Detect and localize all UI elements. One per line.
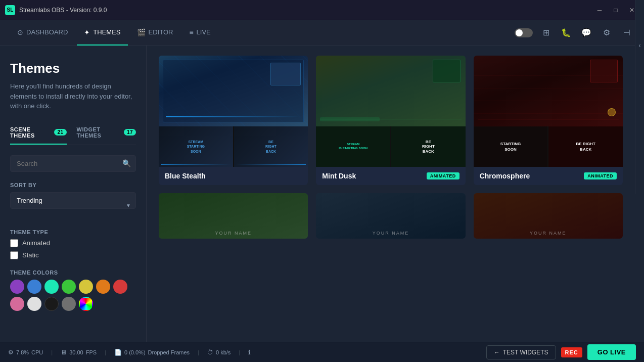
nav-dashboard[interactable]: ⊙ DASHBOARD (10, 20, 75, 46)
animated-checkbox[interactable] (10, 239, 18, 247)
layout-icon[interactable]: ⊞ (539, 26, 553, 40)
themes-grid: STREAM STARTING SOON BE RIGHT BACK (159, 56, 623, 239)
theme-colors (10, 280, 136, 311)
chromosphere-name: Chromosphere (480, 172, 530, 180)
theme-card-chromosphere[interactable]: STARTING SOON BE RIGHT BACK Chromosphere… (474, 56, 623, 185)
network-value: 0 kb/s (216, 349, 231, 355)
blue-stealth-sub-imgs: STREAM STARTING SOON BE RIGHT BACK (159, 126, 308, 167)
themes-panel: STREAM STARTING SOON BE RIGHT BACK (147, 46, 635, 342)
chromosphere-footer: Chromosphere ANIMATED (474, 167, 623, 185)
main-content: Themes Here you'll find hundreds of desi… (0, 46, 644, 342)
nav-live-label: LIVE (197, 28, 211, 36)
mint-dusk-sub1: STREAM IS STARTING SOON (316, 126, 390, 167)
tab-widget-themes[interactable]: WIDGET THEMES 17 (77, 123, 136, 145)
search-container: 🔍 (10, 155, 136, 172)
static-checkbox-item[interactable]: Static (10, 251, 136, 259)
mint-dusk-sub-imgs: STREAM IS STARTING SOON BERIGHTBACK (316, 126, 465, 167)
chromosphere-sub1: STARTING SOON (474, 126, 548, 167)
titlebar-left: SL Streamlabs OBS - Version: 0.9.0 (5, 5, 107, 15)
page-title: Themes (10, 61, 136, 76)
sort-by-wrapper[interactable]: Trending Newest Popular (10, 192, 136, 219)
themes-icon: ✦ (84, 28, 90, 36)
animated-checkbox-item[interactable]: Animated (10, 239, 136, 247)
color-teal[interactable] (44, 280, 59, 294)
sep2: | (105, 349, 106, 355)
fps-value: 30.00 (69, 349, 83, 355)
settings-icon[interactable]: ⚙ (600, 26, 614, 40)
search-input[interactable] (10, 155, 136, 172)
titlebar-controls: ─ □ ✕ (592, 5, 639, 16)
bug-icon[interactable]: 🐛 (559, 26, 573, 40)
cpu-label: CPU (31, 349, 43, 355)
color-white[interactable] (27, 297, 41, 311)
nav-editor-label: EDITOR (149, 28, 173, 36)
color-blue[interactable] (27, 280, 41, 294)
static-label: Static (22, 251, 39, 259)
color-orange[interactable] (96, 280, 110, 294)
color-green[interactable] (62, 280, 76, 294)
theme-card-blue-stealth[interactable]: STREAM STARTING SOON BE RIGHT BACK (159, 56, 308, 185)
mint-dusk-name: Mint Dusk (322, 172, 356, 180)
color-purple[interactable] (10, 280, 24, 294)
chromosphere-sub-imgs: STARTING SOON BE RIGHT BACK (474, 126, 623, 167)
nav-editor[interactable]: 🎬 EDITOR (130, 20, 180, 46)
fps-label: FPS (86, 349, 97, 355)
scene-themes-label: SCENE THEMES (10, 126, 51, 139)
navbar: ⊙ DASHBOARD ✦ THEMES 🎬 EDITOR ≡ LIVE ⊞ 🐛… (0, 20, 644, 46)
animated-label: Animated (22, 239, 50, 247)
page-subtitle: Here you'll find hundreds of design elem… (10, 81, 136, 111)
info-icon: ℹ (248, 349, 251, 356)
theme-card-forest[interactable]: YOUR NAME (159, 193, 308, 239)
theme-card-mint-dusk[interactable]: STREAM IS STARTING SOON BERIGHTBACK Mint… (316, 56, 465, 185)
maximize-button[interactable]: □ (609, 5, 623, 16)
color-black[interactable] (44, 297, 59, 311)
statusbar: ⚙ 7.8% CPU | 🖥 30.00 FPS | 📄 0 (0.0%) Dr… (0, 342, 644, 362)
color-swatches (10, 280, 136, 311)
go-live-button[interactable]: GO LIVE (587, 344, 636, 360)
sort-by-label: SORT BY (10, 182, 136, 188)
blue-stealth-sub2: BE RIGHT BACK (234, 126, 308, 167)
status-cpu: ⚙ 7.8% CPU (8, 349, 43, 356)
live-icon: ≡ (189, 28, 193, 36)
color-red[interactable] (113, 280, 127, 294)
theme-type-group: Animated Static (10, 239, 136, 259)
sep4: | (239, 349, 240, 355)
theme-type-label: THEME TYPE (10, 229, 136, 235)
theme-card-fire[interactable]: YOUR NAME (474, 193, 623, 239)
minimize-button[interactable]: ─ (592, 5, 607, 16)
sep1: | (51, 349, 53, 355)
static-checkbox[interactable] (10, 251, 18, 259)
blue-stealth-sub1: STREAM STARTING SOON (159, 126, 233, 167)
test-widgets-label: TEST WIDGETS (503, 349, 548, 356)
tab-scene-themes[interactable]: SCENE THEMES 21 (10, 123, 67, 145)
nav-right: ⊞ 🐛 💬 ⚙ ⊣ (515, 26, 634, 40)
ocean-main-img: YOUR NAME (316, 193, 465, 239)
titlebar-title: Streamlabs OBS - Version: 0.9.0 (19, 7, 107, 14)
blue-stealth-main-img (159, 56, 308, 126)
panel-collapse-arrow[interactable]: ‹ (635, 0, 644, 194)
mint-dusk-main-img (316, 56, 465, 126)
dropped-icon: 📄 (114, 349, 122, 356)
collapse-icon[interactable]: ⊣ (620, 26, 634, 40)
fire-main-img: YOUR NAME (474, 193, 623, 239)
discord-icon[interactable]: 💬 (579, 26, 593, 40)
test-widgets-button[interactable]: ← TEST WIDGETS (486, 345, 556, 359)
sort-by-dropdown[interactable]: Trending Newest Popular (10, 192, 136, 209)
network-icon: ⏱ (207, 349, 213, 356)
theme-card-ocean[interactable]: YOUR NAME (316, 193, 465, 239)
status-info: ℹ (248, 349, 251, 356)
color-yellow[interactable] (79, 280, 93, 294)
blue-stealth-name: Blue Stealth (165, 172, 206, 180)
color-gray[interactable] (62, 297, 76, 311)
nav-themes[interactable]: ✦ THEMES (77, 20, 127, 46)
search-icon: 🔍 (122, 159, 131, 167)
fps-icon: 🖥 (61, 349, 67, 356)
color-rainbow[interactable] (79, 297, 93, 311)
night-mode-toggle[interactable] (515, 28, 533, 37)
color-pink[interactable] (10, 297, 24, 311)
rec-badge: REC (561, 347, 582, 357)
dropped-label: Dropped Frames (148, 349, 190, 355)
cpu-value: 7.8% (16, 349, 29, 355)
mint-dusk-footer: Mint Dusk ANIMATED (316, 167, 465, 185)
nav-live[interactable]: ≡ LIVE (182, 20, 217, 46)
